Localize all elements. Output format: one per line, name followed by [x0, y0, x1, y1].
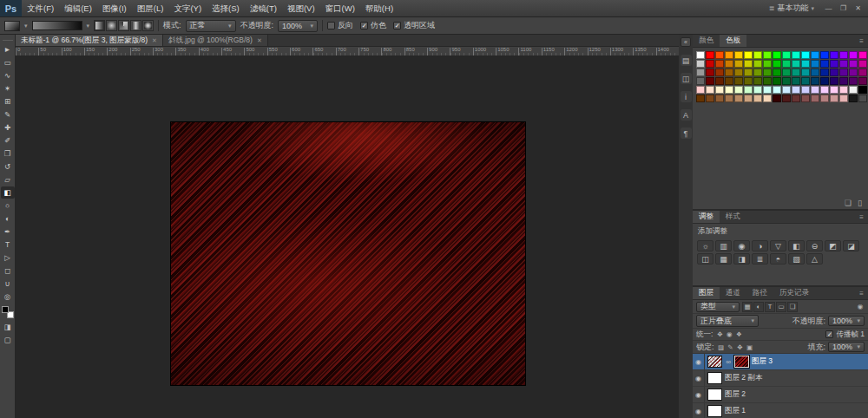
workspace-switcher[interactable]: ≣ 基本功能 ▾	[762, 0, 821, 16]
lasso-tool[interactable]: ∿	[1, 69, 15, 82]
swatch-75[interactable]	[725, 86, 733, 94]
swatch-99[interactable]	[782, 95, 791, 102]
swatch-14[interactable]	[830, 51, 838, 59]
color-balance-icon[interactable]: ⊖	[806, 240, 823, 251]
hand-tool[interactable]: ∪	[1, 278, 15, 290]
swatch-101[interactable]	[801, 95, 810, 102]
restore-button[interactable]: ❐	[836, 0, 851, 16]
swatch-39[interactable]	[725, 69, 733, 76]
swatch-5[interactable]	[744, 51, 753, 59]
swatches-tab-1[interactable]: 色板	[720, 35, 746, 47]
swatch-86[interactable]	[830, 86, 838, 94]
menu-item-8[interactable]: 窗口(W)	[320, 0, 360, 16]
swatch-12[interactable]	[811, 51, 819, 59]
menu-item-3[interactable]: 图层(L)	[132, 0, 169, 16]
layer-thumbnail[interactable]	[707, 405, 722, 417]
swatch-43[interactable]	[763, 69, 772, 76]
adjustments-tab-0[interactable]: 调整	[693, 211, 720, 223]
shape-tool[interactable]: ◻	[1, 265, 15, 277]
layers-tab-1[interactable]: 通道	[720, 287, 746, 299]
vibrance-icon[interactable]: ▽	[770, 240, 786, 251]
swatch-83[interactable]	[801, 86, 810, 94]
color-lookup-icon[interactable]: ▦	[715, 253, 732, 265]
swatch-68[interactable]	[830, 77, 838, 85]
layer-row-1[interactable]: ◉图层 2 副本	[693, 370, 868, 387]
swatch-31[interactable]	[820, 60, 829, 68]
lock-pixels-icon[interactable]: ✎	[727, 343, 735, 351]
tab-close-icon[interactable]: ✕	[257, 37, 262, 44]
swatch-97[interactable]	[763, 95, 772, 102]
swatch-76[interactable]	[734, 86, 743, 94]
swatch-104[interactable]	[830, 95, 838, 102]
history-panel-icon[interactable]: ▤	[681, 55, 692, 66]
chevron-down-icon[interactable]: ▾	[24, 23, 28, 29]
layers-tab-0[interactable]: 图层	[693, 287, 720, 299]
tab-close-icon[interactable]: ✕	[152, 37, 157, 44]
swatch-30[interactable]	[811, 60, 819, 68]
reflected-gradient-button[interactable]	[130, 20, 141, 31]
swatch-13[interactable]	[820, 51, 829, 59]
swatch-52[interactable]	[849, 69, 858, 76]
pen-tool[interactable]: ✒	[1, 225, 15, 238]
brightness-contrast-icon[interactable]: ☼	[697, 240, 713, 251]
menu-item-7[interactable]: 视图(V)	[282, 0, 320, 16]
swatches-tab-0[interactable]: 颜色	[693, 35, 720, 47]
filter-smart-object-icon[interactable]: ❏	[787, 302, 798, 312]
gradient-tool[interactable]: ◧	[1, 186, 15, 199]
unify-position-icon[interactable]: ✥	[715, 330, 724, 339]
filter-shape-icon[interactable]: ▭	[776, 302, 786, 312]
swatch-8[interactable]	[773, 51, 781, 59]
swatch-102[interactable]	[811, 95, 819, 102]
visibility-toggle[interactable]: ◉	[693, 403, 705, 418]
threshold-icon[interactable]: ◓	[770, 253, 786, 265]
swatch-92[interactable]	[715, 95, 724, 102]
toolbar-grip[interactable]	[3, 37, 13, 41]
path-select-tool[interactable]: ▷	[1, 251, 15, 264]
swatch-87[interactable]	[839, 86, 848, 94]
swatch-3[interactable]	[725, 51, 733, 59]
swatch-61[interactable]	[763, 77, 772, 85]
swatch-32[interactable]	[830, 60, 838, 68]
swatch-56[interactable]	[715, 77, 724, 85]
linear-gradient-button[interactable]	[94, 20, 105, 31]
swatch-98[interactable]	[773, 95, 781, 102]
menu-item-4[interactable]: 文字(Y)	[168, 0, 207, 16]
layer-blend-mode-dropdown[interactable]: 正片叠底 ▾	[696, 315, 759, 327]
swatch-63[interactable]	[782, 77, 791, 85]
swatch-70[interactable]	[849, 77, 858, 85]
swatch-0[interactable]	[696, 51, 705, 59]
blend-mode-dropdown[interactable]: 正常 ▾	[186, 20, 236, 32]
new-swatch-icon[interactable]: ❏	[845, 199, 852, 207]
channel-mixer-icon[interactable]: ◫	[697, 253, 713, 265]
brush-tool[interactable]: ✐	[1, 134, 15, 147]
filter-pixel-icon[interactable]: ▦	[742, 302, 753, 312]
swatch-17[interactable]	[858, 51, 867, 59]
properties-panel-icon[interactable]: ◫	[681, 73, 692, 84]
swatch-64[interactable]	[792, 77, 800, 85]
magic-wand-tool[interactable]: ✶	[1, 82, 15, 95]
swatch-80[interactable]	[773, 86, 781, 94]
swatch-38[interactable]	[715, 69, 724, 76]
swatch-49[interactable]	[820, 69, 829, 76]
swatch-34[interactable]	[849, 60, 858, 68]
swatch-15[interactable]	[839, 51, 848, 59]
swatch-16[interactable]	[849, 51, 858, 59]
swatch-22[interactable]	[734, 60, 743, 68]
adjustments-panel-menu-icon[interactable]: ≡	[855, 211, 868, 223]
black-white-icon[interactable]: ◩	[825, 240, 841, 251]
swatch-72[interactable]	[696, 86, 705, 94]
levels-icon[interactable]: ▥	[715, 240, 732, 251]
document-tab-0[interactable]: 未标题-1 @ 66.7%(图层 3, 图层蒙版/8)✕	[16, 35, 163, 46]
swatch-51[interactable]	[839, 69, 848, 76]
swatch-82[interactable]	[792, 86, 800, 94]
quick-mask-button[interactable]: ◨	[1, 321, 15, 333]
healing-brush-tool[interactable]: ✚	[1, 121, 15, 134]
blur-tool[interactable]: ○	[1, 199, 15, 212]
visibility-toggle[interactable]: ◉	[693, 354, 705, 369]
screen-mode-button[interactable]: ▢	[1, 334, 15, 346]
option-checkbox-0[interactable]: 反向	[327, 20, 353, 31]
swatch-28[interactable]	[792, 60, 800, 68]
swatch-55[interactable]	[706, 77, 714, 85]
swatch-10[interactable]	[792, 51, 800, 59]
selective-color-icon[interactable]: △	[806, 253, 823, 265]
